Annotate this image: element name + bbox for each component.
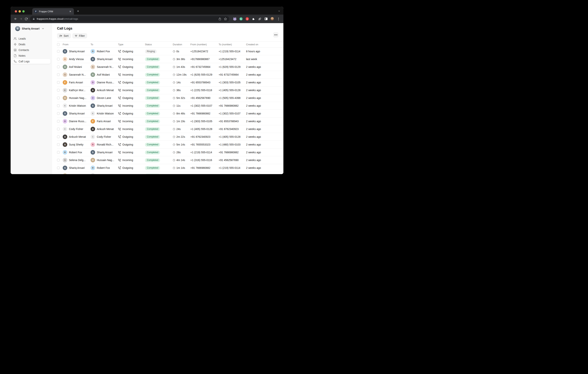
from-number-cell: +1 (225) 555-0118 [190, 89, 219, 92]
profile-avatar[interactable] [271, 17, 274, 21]
status-badge: Ringing [145, 49, 157, 53]
table-row[interactable]: KKathryn Mur...AAnkush MenatIncomingComp… [57, 86, 284, 94]
sidebar-item-leads[interactable]: Leads [12, 36, 51, 41]
row-checkbox[interactable] [57, 112, 60, 115]
minimize-window-button[interactable] [19, 10, 21, 12]
row-checkbox-cell [57, 81, 63, 84]
from-cell: AAnkush Menat [63, 135, 91, 139]
table-row[interactable]: SShariq AnsariRRobert FoxOutgoingRinging… [57, 48, 284, 55]
clock-icon [173, 112, 175, 115]
from-number-cell: +917666980887 [190, 58, 219, 61]
row-checkbox[interactable] [57, 65, 60, 68]
row-checkbox[interactable] [57, 97, 60, 99]
table-row[interactable]: SShariq AnsariKKristin WatsonOutgoingCom… [57, 110, 284, 118]
more-options-button[interactable] [273, 32, 278, 38]
from-avatar: A [63, 64, 67, 69]
select-all-checkbox[interactable] [57, 43, 60, 46]
filter-button[interactable]: Filter [72, 33, 87, 38]
from-number-cell: +1 (303) 555-0105 [190, 120, 219, 123]
forward-button[interactable] [18, 16, 23, 21]
from-name: Ankush Menat [69, 135, 86, 138]
table-row[interactable]: FFaris AnsariDDianne Russ...OutgoingComp… [57, 79, 284, 86]
close-window-button[interactable] [15, 10, 17, 12]
reload-button[interactable] [23, 16, 29, 21]
grammarly-extension-icon[interactable]: G [239, 17, 243, 21]
sidebar-item-deals[interactable]: Deals [12, 42, 51, 47]
table-row[interactable]: SSelena Delg...HHussain Nag...IncomingCo… [57, 156, 284, 164]
sidebar-item-label: Call Logs [19, 60, 30, 63]
phone-icon [14, 60, 17, 63]
table-row[interactable]: AAndy ViessaSShariq AnsariIncomingComple… [57, 55, 284, 63]
incoming-call-icon [118, 58, 121, 61]
row-checkbox[interactable] [57, 104, 60, 107]
browser-tab[interactable]: F Frappe CRM ✕ [32, 8, 74, 15]
user-switcher[interactable]: S Shariq Ansari [12, 26, 51, 32]
bookmark-star-icon[interactable] [224, 17, 227, 21]
table-row[interactable]: HHussain Nag...DDevon LaneOutgoingComple… [57, 94, 284, 102]
to-avatar: S [91, 64, 95, 69]
from-cell: SSelena Delg... [63, 158, 91, 162]
row-checkbox[interactable] [57, 89, 60, 92]
clock-icon [173, 105, 175, 107]
row-checkbox[interactable] [57, 58, 60, 60]
to-cell [91, 173, 118, 174]
table-row[interactable]: AAnkush MenatCCody FisherOutgoingComplet… [57, 133, 284, 141]
adblock-extension-icon[interactable] [245, 17, 249, 21]
from-name: Asif Mulani [69, 65, 82, 68]
table-row[interactable]: CCody FisherAAnkush MenatIncomingComplet… [57, 125, 284, 133]
from-name: Kristin Watson [69, 104, 86, 107]
from-avatar: R [63, 150, 67, 155]
row-checkbox[interactable] [57, 159, 60, 161]
status-cell: Completed [145, 158, 173, 162]
table-row[interactable]: AAsif MulaniSSavannah N...OutgoingComple… [57, 63, 284, 71]
zoom-window-button[interactable] [22, 10, 25, 12]
status-cell: Completed [145, 65, 173, 69]
share-icon[interactable] [218, 17, 221, 21]
row-checkbox[interactable] [57, 128, 60, 130]
table-row[interactable]: RRobert FoxSShariq AnsariIncomingComplet… [57, 149, 284, 156]
table-row[interactable]: DDianne Russ...FFaris AnsariIncomingComp… [57, 118, 284, 125]
table-row[interactable]: SSavannah N...AAsif MulaniIncomingComple… [57, 71, 284, 79]
row-checkbox-cell [57, 89, 63, 92]
sidebar-item-notes[interactable]: Notes [12, 53, 51, 58]
url-bar[interactable]: frappecrm.frappe.cloud/crm/call-logs [30, 16, 229, 22]
menu-dots-icon[interactable] [277, 17, 280, 21]
back-button[interactable] [13, 16, 18, 21]
duration-value: 0s [176, 50, 179, 53]
sort-button[interactable]: Sort [57, 33, 71, 38]
to-avatar: S [91, 150, 95, 155]
row-checkbox[interactable] [57, 167, 60, 169]
sidebar-icon[interactable] [264, 17, 268, 21]
to-name: Robert Fox [97, 166, 110, 169]
row-checkbox[interactable] [57, 136, 60, 138]
sidebar-item-contacts[interactable]: Contacts [12, 47, 51, 53]
duration-value: 5m 32s [176, 96, 185, 99]
tab-close-icon[interactable]: ✕ [69, 10, 72, 13]
type-label: Outgoing [122, 143, 133, 146]
table-row[interactable]: SShariq AnsariRRobert FoxOutgoingComplet… [57, 164, 284, 172]
octocat-extension-icon[interactable] [233, 17, 236, 21]
table-row[interactable]: SSuraj ShettyRRonald Rich...OutgoingComp… [57, 141, 284, 149]
row-checkbox[interactable] [57, 73, 60, 76]
from-avatar: K [63, 103, 67, 108]
energy-saver-icon[interactable] [258, 17, 262, 21]
row-checkbox[interactable] [57, 81, 60, 84]
sidebar-item-call-logs[interactable]: Call Logs [12, 59, 51, 64]
clock-icon [173, 143, 175, 146]
type-cell: Incoming [118, 120, 145, 123]
from-name: Selena Delg... [69, 159, 86, 162]
row-checkbox[interactable] [57, 143, 60, 146]
outgoing-call-icon [118, 143, 121, 146]
table-row[interactable]: Completed [57, 172, 284, 174]
status-cell: Completed [145, 96, 173, 100]
created-on-cell: 2 weeks ago [246, 89, 284, 92]
table-row[interactable]: KKristin WatsonSShariq AnsariIncomingCom… [57, 102, 284, 110]
row-checkbox[interactable] [57, 151, 60, 154]
to-cell: SShariq Ansari [91, 150, 118, 155]
new-tab-button[interactable]: + [75, 9, 81, 14]
row-checkbox[interactable] [57, 120, 60, 123]
extensions-puzzle-icon[interactable] [252, 17, 255, 21]
tab-overview-chevron-icon[interactable] [278, 10, 280, 12]
row-checkbox[interactable] [57, 50, 60, 53]
filter-icon [75, 34, 77, 37]
